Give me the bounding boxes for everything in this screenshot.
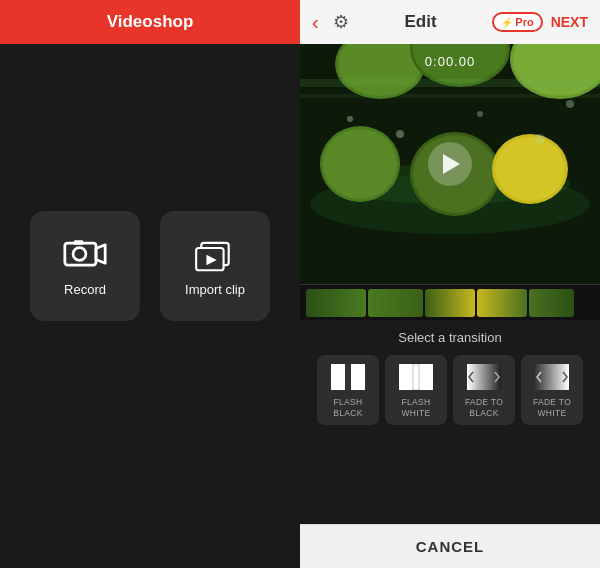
left-header: Videoshop bbox=[0, 0, 300, 44]
flash-white-icon bbox=[398, 363, 434, 391]
svg-rect-2 bbox=[74, 240, 83, 245]
svg-point-1 bbox=[73, 247, 86, 260]
record-label: Record bbox=[64, 282, 106, 297]
timeline-thumb-5 bbox=[529, 289, 574, 317]
svg-marker-3 bbox=[96, 244, 105, 262]
svg-point-17 bbox=[323, 129, 397, 199]
transition-section: Select a transition FLASHBLACK bbox=[300, 320, 600, 524]
svg-rect-36 bbox=[535, 364, 569, 390]
import-card[interactable]: Import clip bbox=[160, 211, 270, 321]
svg-rect-34 bbox=[413, 364, 419, 390]
back-button[interactable]: ‹ bbox=[312, 11, 319, 34]
timeline-strip[interactable] bbox=[300, 284, 600, 320]
camera-icon bbox=[63, 236, 107, 272]
pro-label: Pro bbox=[515, 16, 533, 28]
svg-rect-27 bbox=[300, 79, 600, 87]
svg-rect-35 bbox=[467, 364, 501, 390]
video-timestamp: 0:00.00 bbox=[425, 54, 475, 69]
header-left: ‹ ⚙ bbox=[312, 11, 349, 34]
svg-point-25 bbox=[347, 116, 353, 122]
play-button[interactable] bbox=[428, 142, 472, 186]
transition-title: Select a transition bbox=[398, 330, 501, 345]
header-right: ⚡ Pro NEXT bbox=[492, 12, 588, 32]
fade-white-icon bbox=[534, 363, 570, 391]
svg-point-22 bbox=[396, 130, 404, 138]
transition-flash-black[interactable]: FLASHBLACK bbox=[317, 355, 379, 425]
left-content: Record Import clip bbox=[0, 44, 300, 488]
svg-rect-33 bbox=[417, 364, 433, 390]
svg-point-23 bbox=[477, 111, 483, 117]
cancel-bar[interactable]: CANCEL bbox=[300, 524, 600, 568]
video-area: 0:00.00 bbox=[300, 44, 600, 284]
transition-flash-white[interactable]: FLASHWHITE bbox=[385, 355, 447, 425]
svg-rect-28 bbox=[300, 94, 600, 98]
app-title: Videoshop bbox=[107, 12, 194, 32]
edit-title: Edit bbox=[404, 12, 436, 32]
transition-fade-black[interactable]: FADE TOBLACK bbox=[453, 355, 515, 425]
svg-rect-30 bbox=[349, 364, 365, 390]
svg-rect-29 bbox=[331, 364, 347, 390]
svg-point-26 bbox=[566, 100, 574, 108]
cancel-label: CANCEL bbox=[416, 538, 485, 555]
transition-fade-white[interactable]: FADE TOWHITE bbox=[521, 355, 583, 425]
timeline-thumb-2 bbox=[368, 289, 423, 317]
fade-white-label: FADE TOWHITE bbox=[533, 397, 571, 419]
left-bottom-space bbox=[0, 488, 300, 568]
svg-point-21 bbox=[495, 137, 565, 201]
transition-cards: FLASHBLACK FLASHWHITE bbox=[309, 355, 591, 425]
svg-point-24 bbox=[535, 134, 545, 144]
svg-rect-32 bbox=[399, 364, 415, 390]
next-button[interactable]: NEXT bbox=[551, 14, 588, 30]
flash-black-icon bbox=[330, 363, 366, 391]
timeline-thumb-3 bbox=[425, 289, 475, 317]
timeline-thumb-4 bbox=[477, 289, 527, 317]
import-label: Import clip bbox=[185, 282, 245, 297]
import-icon bbox=[193, 236, 237, 272]
flash-black-label: FLASHBLACK bbox=[333, 397, 362, 419]
right-header: ‹ ⚙ Edit ⚡ Pro NEXT bbox=[300, 0, 600, 44]
svg-rect-31 bbox=[345, 364, 351, 390]
left-panel: Videoshop Record bbox=[0, 0, 300, 568]
pro-badge[interactable]: ⚡ Pro bbox=[492, 12, 542, 32]
video-background: 0:00.00 bbox=[300, 44, 600, 284]
play-icon bbox=[443, 154, 460, 174]
fade-black-icon bbox=[466, 363, 502, 391]
fade-black-label: FADE TOBLACK bbox=[465, 397, 503, 419]
flash-white-label: FLASHWHITE bbox=[402, 397, 431, 419]
record-card[interactable]: Record bbox=[30, 211, 140, 321]
settings-icon[interactable]: ⚙ bbox=[333, 11, 349, 33]
right-panel: ‹ ⚙ Edit ⚡ Pro NEXT bbox=[300, 0, 600, 568]
timeline-thumb-1 bbox=[306, 289, 366, 317]
lightning-icon: ⚡ bbox=[501, 17, 513, 28]
